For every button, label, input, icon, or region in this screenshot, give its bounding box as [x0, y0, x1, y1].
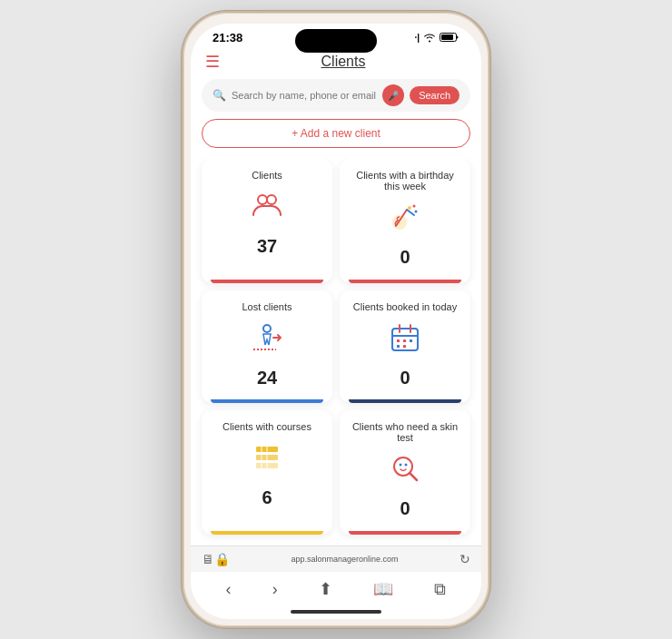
browser-bar: 🖥 🔒 app.salonmanageronline.com ↻	[191, 546, 481, 572]
svg-point-3	[267, 195, 276, 204]
svg-rect-14	[397, 339, 400, 342]
svg-rect-18	[403, 345, 406, 348]
stats-grid: Clients 37 Clients with a birthday this …	[191, 159, 481, 546]
stat-number-booked: 0	[400, 368, 410, 388]
svg-point-6	[413, 205, 416, 208]
stat-card-title-skin: Clients who need a skin test	[349, 421, 461, 443]
header: ☰ Clients	[191, 48, 481, 79]
stat-card-birthday[interactable]: Clients with a birthday this week 0	[340, 159, 470, 283]
booked-icon	[387, 320, 423, 362]
stat-card-courses[interactable]: Clients with courses 6	[202, 410, 332, 535]
svg-rect-17	[397, 345, 400, 348]
stat-bar-skin	[349, 531, 461, 535]
stat-card-booked[interactable]: Clients booked in today	[340, 290, 470, 404]
wifi-icon	[423, 32, 436, 44]
stat-bar-courses	[211, 531, 323, 535]
stat-number-birthday: 0	[400, 247, 410, 268]
stat-number-courses: 6	[262, 487, 272, 508]
search-icon: 🔍	[212, 89, 226, 102]
stat-bar-lost	[211, 399, 323, 403]
refresh-icon[interactable]: ↻	[460, 552, 470, 566]
tabs-button[interactable]: ⧉	[434, 580, 446, 599]
status-time: 21:38	[212, 31, 242, 44]
add-client-button[interactable]: + Add a new client	[202, 119, 470, 148]
svg-point-5	[408, 206, 411, 210]
svg-point-26	[405, 464, 408, 467]
skin-icon	[387, 450, 423, 493]
svg-point-7	[415, 211, 418, 213]
clients-icon	[249, 188, 285, 231]
svg-point-8	[263, 325, 271, 332]
lost-icon	[249, 320, 285, 362]
svg-rect-15	[403, 339, 406, 342]
lock-icon: 🔒	[214, 552, 230, 566]
search-bar: 🔍 🎤 Search	[202, 79, 470, 112]
browser-url[interactable]: app.salonmanageronline.com	[230, 555, 460, 564]
header-title: Clients	[220, 54, 467, 70]
svg-rect-16	[410, 339, 412, 342]
stat-number-lost: 24	[257, 368, 277, 388]
home-indicator	[291, 610, 381, 614]
stat-card-lost[interactable]: Lost clients 24	[202, 290, 332, 404]
bottom-nav: ‹ › ⬆ 📖 ⧉	[191, 572, 481, 610]
battery-icon	[440, 32, 460, 44]
bookmarks-button[interactable]: 📖	[373, 579, 393, 599]
search-input[interactable]	[232, 90, 377, 101]
stat-number-skin: 0	[400, 498, 410, 519]
stat-card-clients[interactable]: Clients 37	[202, 159, 332, 283]
back-button[interactable]: ‹	[226, 580, 232, 599]
svg-rect-1	[441, 34, 453, 40]
stat-bar-birthday	[349, 280, 461, 283]
hamburger-icon[interactable]: ☰	[205, 52, 220, 72]
stat-card-title-lost: Lost clients	[242, 301, 292, 312]
stat-card-title-clients: Clients	[252, 170, 282, 181]
stat-number-clients: 37	[257, 236, 277, 257]
phone-frame: 21:38 ·|	[182, 11, 490, 628]
signal-icon: ·|	[414, 33, 420, 43]
stat-card-title-courses: Clients with courses	[222, 421, 311, 432]
svg-point-2	[258, 195, 267, 204]
share-button[interactable]: ⬆	[319, 579, 332, 599]
stat-card-title-birthday: Clients with a birthday this week	[349, 170, 461, 192]
dynamic-island	[295, 29, 377, 53]
phone-screen: 21:38 ·|	[191, 24, 481, 619]
mic-button[interactable]: 🎤	[382, 84, 404, 106]
svg-point-25	[400, 464, 402, 467]
stat-bar-clients	[211, 280, 323, 283]
status-icons: ·|	[414, 32, 460, 44]
search-button[interactable]: Search	[410, 86, 460, 104]
courses-icon	[249, 439, 285, 482]
monitor-icon: 🖥	[202, 552, 214, 566]
stat-bar-booked	[349, 399, 461, 403]
forward-button[interactable]: ›	[272, 580, 278, 599]
stat-card-skin[interactable]: Clients who need a skin test 0	[340, 410, 470, 535]
birthday-icon	[387, 199, 423, 241]
stat-card-title-booked: Clients booked in today	[353, 301, 457, 312]
